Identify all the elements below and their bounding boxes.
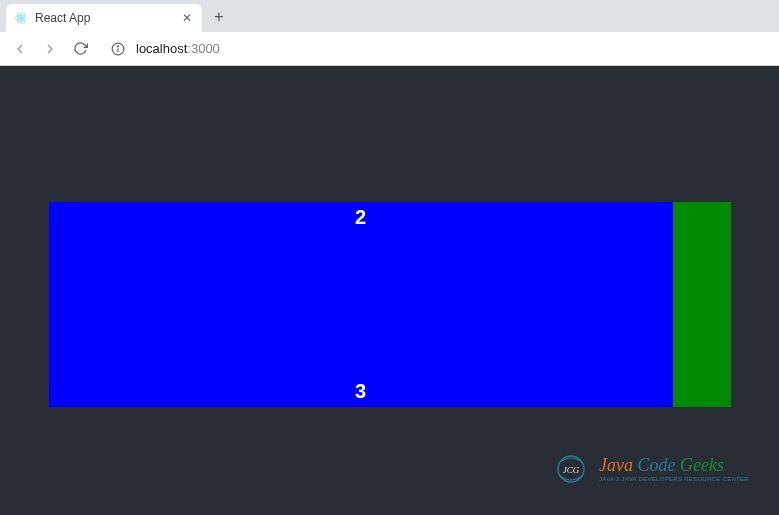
forward-button[interactable] — [36, 35, 64, 63]
reload-button[interactable] — [66, 35, 94, 63]
watermark: JCG Java Code Geeks Java 2 Java Develope… — [551, 449, 749, 489]
url-port: :3000 — [187, 41, 220, 56]
watermark-title: Java Code Geeks — [599, 456, 749, 474]
browser-tab-strip: React App ✕ + — [0, 0, 779, 32]
number-bottom: 3 — [355, 380, 366, 403]
watermark-text: Java Code Geeks Java 2 Java Developers R… — [599, 456, 749, 482]
number-top: 2 — [355, 206, 366, 229]
browser-tab[interactable]: React App ✕ — [6, 4, 202, 32]
address-bar[interactable]: localhost:3000 — [102, 36, 773, 62]
svg-text:JCG: JCG — [563, 465, 580, 475]
svg-point-6 — [118, 45, 119, 46]
new-tab-button[interactable]: + — [206, 4, 232, 30]
close-tab-icon[interactable]: ✕ — [180, 11, 194, 25]
back-button[interactable] — [6, 35, 34, 63]
watermark-tagline: Java 2 Java Developers Resource Center — [599, 476, 749, 482]
svg-point-0 — [20, 17, 22, 19]
green-box — [673, 202, 731, 407]
flex-container: 2 3 — [49, 202, 731, 407]
jcg-logo-icon: JCG — [551, 449, 591, 489]
info-icon — [110, 41, 126, 57]
react-favicon-icon — [14, 11, 28, 25]
blue-box: 2 3 — [49, 202, 673, 407]
browser-toolbar: localhost:3000 — [0, 32, 779, 66]
url-hostname: localhost — [136, 41, 187, 56]
page-viewport: 2 3 JCG Java Code Geeks Java 2 Java Deve… — [0, 66, 779, 515]
tab-title: React App — [35, 11, 180, 25]
